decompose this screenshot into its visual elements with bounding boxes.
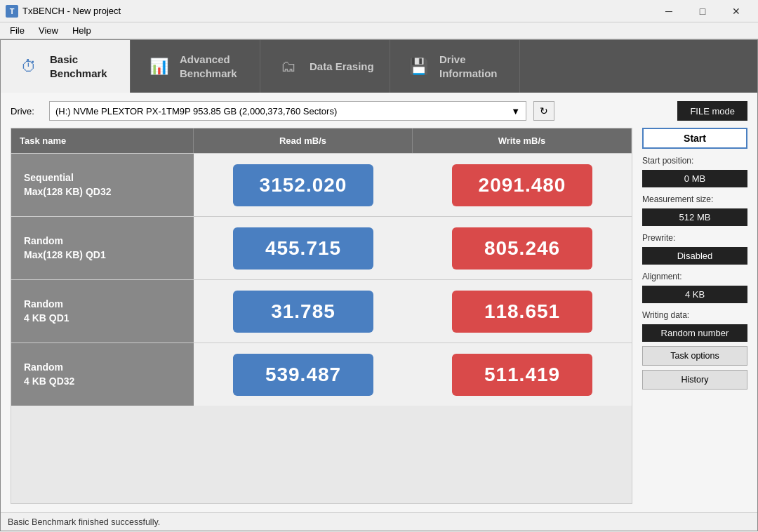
task-name-random-4k-qd32: Random4 KB QD32 [11, 343, 194, 406]
close-button[interactable]: ✕ [720, 1, 752, 21]
start-position-value: 0 MB [642, 170, 747, 187]
advanced-benchmark-icon: 📊 [146, 54, 171, 79]
read-value-sequential-128-qd32: 3152.020 [194, 159, 413, 212]
tab-basic-benchmark[interactable]: ⏱ BasicBenchmark [1, 40, 131, 93]
title-bar-controls: ─ □ ✕ [653, 1, 752, 21]
tab-drive-label: DriveInformation [439, 53, 498, 80]
drive-row: Drive: (H:) NVMe PLEXTOR PX-1TM9P 953.85… [11, 101, 747, 121]
write-value-random-4k-qd32: 511.419 [413, 348, 632, 401]
title-bar-text: TxBENCH - New project [22, 6, 653, 16]
tab-advanced-benchmark[interactable]: 📊 AdvancedBenchmark [131, 40, 260, 93]
basic-benchmark-icon: ⏱ [16, 54, 41, 79]
read-badge: 31.785 [233, 291, 373, 333]
read-badge: 539.487 [233, 354, 373, 396]
results-area: Task name Read mB/s Write mB/s Sequentia… [11, 128, 747, 504]
read-badge: 3152.020 [233, 164, 373, 206]
menu-view[interactable]: View [32, 24, 65, 37]
app-window: ⏱ BasicBenchmark 📊 AdvancedBenchmark 🗂 D… [0, 39, 758, 531]
menu-file[interactable]: File [3, 24, 32, 37]
write-badge: 118.651 [452, 291, 592, 333]
table-row: RandomMax(128 KB) QD1 455.715 805.246 [11, 216, 632, 279]
task-name-sequential-128-qd32: SequentialMax(128 KB) QD32 [11, 154, 194, 216]
table-row: SequentialMax(128 KB) QD32 3152.020 2091… [11, 153, 632, 216]
status-message: Basic Benchmark finished successfully. [8, 517, 160, 527]
tab-basic-label: BasicBenchmark [50, 53, 107, 80]
read-badge: 455.715 [233, 227, 373, 270]
measurement-size-value: 512 MB [642, 208, 747, 226]
right-panel: Start Start position: 0 MB Measurement s… [642, 128, 747, 504]
write-badge: 511.419 [452, 354, 592, 396]
app-icon: T [6, 5, 18, 18]
alignment-label: Alignment: [642, 272, 747, 281]
table-row: Random4 KB QD1 31.785 118.651 [11, 279, 632, 343]
start-button[interactable]: Start [642, 128, 747, 149]
read-value-random-128-qd1: 455.715 [194, 222, 413, 275]
measurement-size-label: Measurement size: [642, 194, 747, 204]
write-value-sequential-128-qd32: 2091.480 [413, 159, 632, 212]
tab-erasing-label: Data Erasing [310, 60, 374, 74]
data-erasing-icon: 🗂 [276, 54, 301, 79]
drive-select[interactable]: (H:) NVMe PLEXTOR PX-1TM9P 953.85 GB (2,… [49, 101, 526, 121]
write-value-random-4k-qd1: 118.651 [413, 285, 632, 338]
title-bar: T TxBENCH - New project ─ □ ✕ [0, 0, 758, 22]
drive-dropdown-icon: ▼ [511, 106, 520, 117]
drive-select-value: (H:) NVMe PLEXTOR PX-1TM9P 953.85 GB (2,… [55, 106, 337, 117]
task-name-random-4k-qd1: Random4 KB QD1 [11, 280, 194, 343]
drive-label: Drive: [11, 106, 42, 117]
write-value-random-128-qd1: 805.246 [413, 222, 632, 275]
drive-refresh-button[interactable]: ↻ [533, 101, 554, 121]
write-badge: 805.246 [452, 227, 592, 270]
write-badge: 2091.480 [452, 164, 592, 206]
file-mode-button[interactable]: FILE mode [677, 101, 747, 121]
header-read: Read mB/s [194, 128, 413, 153]
tab-drive-information[interactable]: 💾 DriveInformation [390, 40, 520, 93]
writing-data-label: Writing data: [642, 310, 747, 320]
menu-bar: File View Help [0, 22, 758, 39]
read-value-random-4k-qd1: 31.785 [194, 285, 413, 338]
writing-data-value: Random number [642, 324, 747, 342]
table-row: Random4 KB QD32 539.487 511.419 [11, 343, 632, 406]
start-position-label: Start position: [642, 156, 747, 166]
header-write: Write mB/s [413, 128, 632, 153]
main-content: Drive: (H:) NVMe PLEXTOR PX-1TM9P 953.85… [1, 93, 757, 512]
minimize-button[interactable]: ─ [653, 1, 685, 21]
history-button[interactable]: History [642, 370, 747, 390]
read-value-random-4k-qd32: 539.487 [194, 348, 413, 401]
task-name-random-128-qd1: RandomMax(128 KB) QD1 [11, 217, 194, 279]
table-header: Task name Read mB/s Write mB/s [11, 128, 632, 153]
prewrite-value: Disabled [642, 247, 747, 265]
tab-data-erasing[interactable]: 🗂 Data Erasing [260, 40, 390, 93]
maximize-button[interactable]: □ [686, 1, 719, 21]
drive-info-icon: 💾 [406, 54, 431, 79]
alignment-value: 4 KB [642, 286, 747, 303]
status-bar: Basic Benchmark finished successfully. [1, 512, 757, 531]
benchmark-table: Task name Read mB/s Write mB/s Sequentia… [11, 128, 632, 504]
menu-help[interactable]: Help [65, 24, 98, 37]
prewrite-label: Prewrite: [642, 233, 747, 243]
tab-advanced-label: AdvancedBenchmark [180, 53, 237, 80]
tab-bar: ⏱ BasicBenchmark 📊 AdvancedBenchmark 🗂 D… [1, 40, 757, 93]
header-task-name: Task name [11, 128, 194, 153]
task-options-button[interactable]: Task options [642, 346, 747, 366]
